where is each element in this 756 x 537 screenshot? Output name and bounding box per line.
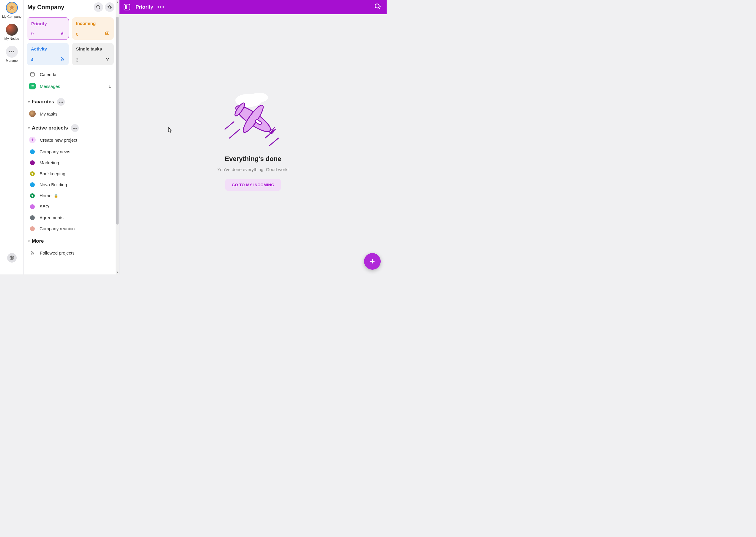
sidebar-item-label: Messages: [40, 84, 60, 89]
go-to-incoming-button[interactable]: GO TO MY INCOMING: [225, 179, 281, 191]
svg-line-13: [270, 138, 279, 145]
tile-count: 4: [31, 57, 33, 62]
project-label: SEO: [39, 204, 49, 209]
project-label: Nova Building: [39, 182, 67, 187]
section-label: Favorites: [32, 99, 54, 105]
project-label: Agreements: [39, 215, 64, 220]
project-color-dot: [30, 183, 35, 187]
view-title: Priority: [136, 4, 153, 10]
scroll-down-arrow[interactable]: ▼: [115, 270, 119, 274]
search-button[interactable]: [94, 2, 103, 12]
manage-icon: •••: [6, 46, 18, 58]
plus-icon: +: [29, 137, 36, 143]
toggle-sidebar-icon[interactable]: [124, 4, 130, 10]
workspace-label: My Nozbe: [4, 37, 19, 40]
topbar: Priority •••: [119, 0, 387, 14]
rss-icon: [60, 57, 65, 62]
star-icon: ★: [60, 30, 65, 36]
view-more-button[interactable]: •••: [157, 4, 165, 10]
inbox-icon: [105, 31, 110, 37]
svg-point-3: [106, 58, 107, 59]
project-item[interactable]: Marketing: [24, 157, 119, 168]
sidebar: My Company Priority 0 ★ Incoming 6: [24, 0, 119, 274]
section-active-projects[interactable]: ▼ Active projects •••: [24, 120, 119, 134]
empty-title: Everything's done: [225, 155, 282, 163]
dots-icon: [106, 57, 110, 62]
workspace-my-nozbe[interactable]: My Nozbe: [0, 24, 23, 40]
svg-point-4: [108, 58, 109, 59]
sidebar-item-followed-projects[interactable]: Followed projects: [24, 246, 119, 256]
workspace-label: My Company: [2, 15, 22, 19]
favorite-my-tasks[interactable]: My tasks: [24, 107, 119, 120]
search-filter-icon[interactable]: [374, 3, 381, 11]
project-item[interactable]: Company reunion: [24, 223, 119, 234]
project-color-dot: [30, 193, 35, 198]
section-more[interactable]: ▼ More: [24, 234, 119, 246]
messages-count: 1: [109, 84, 111, 89]
workspace-my-company[interactable]: My Company: [0, 2, 23, 19]
sidebar-item-label: Calendar: [40, 72, 58, 77]
project-color-dot: [30, 160, 35, 165]
tile-activity[interactable]: Activity 4: [27, 43, 69, 65]
empty-state: Everything's done You've done everything…: [119, 14, 387, 274]
workspace-avatar-nozbe: [6, 24, 18, 36]
section-label: More: [32, 238, 44, 244]
sidebar-list: Calendar ••• Messages 1: [24, 66, 119, 94]
tile-title: Activity: [31, 46, 65, 51]
tile-priority[interactable]: Priority 0 ★: [27, 17, 69, 40]
scroll-up-arrow[interactable]: ▲: [115, 0, 119, 4]
section-favorites[interactable]: ▼ Favorites •••: [24, 94, 119, 107]
tile-title: Incoming: [76, 21, 110, 26]
sidebar-item-calendar[interactable]: Calendar: [24, 68, 119, 80]
globe-button[interactable]: [7, 253, 17, 263]
main-panel: Priority •••: [119, 0, 387, 274]
svg-rect-6: [30, 73, 34, 76]
scrollbar-thumb[interactable]: [116, 17, 118, 225]
chevron-down-icon: ▼: [27, 126, 31, 130]
chevron-down-icon: ▼: [27, 100, 31, 103]
project-color-dot: [30, 215, 35, 220]
section-more-button[interactable]: •••: [57, 98, 65, 106]
avatar-icon: [29, 110, 36, 117]
settings-button[interactable]: [105, 2, 114, 12]
sidebar-title: My Company: [27, 4, 92, 11]
workspace-label: Manage: [6, 59, 18, 62]
tile-title: Priority: [31, 21, 65, 26]
tile-count: 0: [31, 31, 33, 36]
project-label: Company reunion: [39, 226, 74, 231]
workspace-manage[interactable]: ••• Manage: [0, 46, 23, 62]
svg-point-7: [375, 4, 379, 8]
svg-line-11: [229, 129, 240, 138]
tile-title: Single tasks: [76, 46, 110, 51]
favorite-label: My tasks: [40, 111, 57, 116]
svg-line-10: [225, 122, 234, 129]
add-task-fab[interactable]: +: [364, 253, 381, 270]
project-item[interactable]: Nova Building: [24, 179, 119, 190]
sidebar-scrollbar[interactable]: ▲ ▼: [115, 0, 119, 274]
lock-icon: 🔒: [54, 194, 58, 198]
project-item[interactable]: Company news: [24, 146, 119, 157]
project-item[interactable]: Home🔒: [24, 190, 119, 201]
airplane-illustration: [220, 86, 286, 148]
workspace-avatar-company: [6, 2, 18, 14]
empty-subtext: You've done everything. Good work!: [217, 167, 289, 172]
sidebar-item-messages[interactable]: ••• Messages 1: [24, 80, 119, 92]
project-label: Home: [39, 193, 51, 198]
tile-incoming[interactable]: Incoming 6: [72, 17, 114, 40]
chevron-down-icon: ▼: [27, 239, 31, 243]
summary-tiles: Priority 0 ★ Incoming 6 Activity 4: [24, 14, 119, 66]
create-project-button[interactable]: + Create new project: [24, 134, 119, 146]
section-label: Active projects: [32, 125, 68, 131]
project-label: Bookkeeping: [39, 171, 66, 176]
sidebar-item-label: Followed projects: [40, 250, 74, 255]
section-more-button[interactable]: •••: [71, 124, 79, 132]
project-label: Company news: [39, 149, 70, 154]
project-color-dot: [30, 226, 35, 231]
project-color-dot: [30, 204, 35, 209]
project-item[interactable]: Agreements: [24, 212, 119, 223]
project-item[interactable]: SEO: [24, 201, 119, 212]
project-item[interactable]: Bookkeeping: [24, 168, 119, 179]
tile-single-tasks[interactable]: Single tasks 3: [72, 43, 114, 65]
project-color-dot: [30, 149, 35, 154]
messages-icon: •••: [29, 83, 36, 89]
